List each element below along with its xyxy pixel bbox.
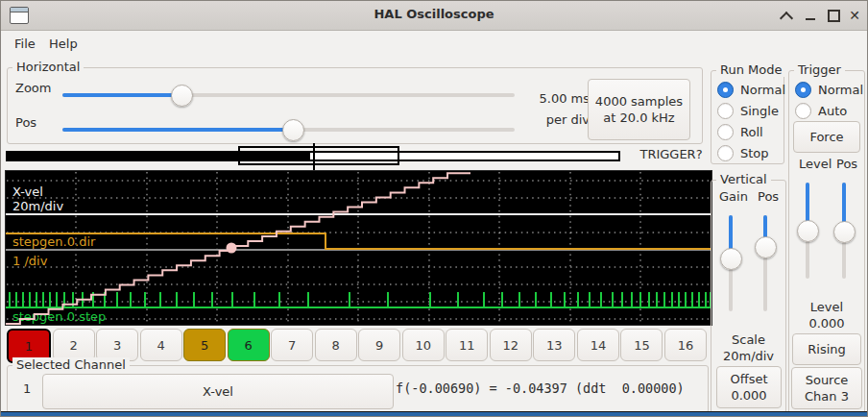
radio-icon[interactable] <box>717 124 734 140</box>
view-window-box <box>238 146 399 165</box>
channel-button-16[interactable]: 16 <box>664 329 707 361</box>
rising-label: Rising <box>808 341 846 357</box>
vertical-group: Vertical Gain Pos Scale 20m/div Offset 0… <box>711 180 786 414</box>
gain-slider[interactable] <box>720 215 741 311</box>
radio-label: Normal <box>818 83 863 97</box>
radio-roll[interactable]: Roll <box>717 123 782 140</box>
record-position-indicator <box>6 143 620 170</box>
channel-button-5[interactable]: 5 <box>183 329 226 361</box>
time-per-div-label: per div <box>526 112 590 127</box>
channel-button-15[interactable]: 15 <box>620 329 663 361</box>
samples-count: 4000 samples <box>595 93 683 110</box>
channel1-name-label: X-vel <box>12 184 43 199</box>
trigger-level-value: 0.000 <box>789 316 864 331</box>
radio-normal[interactable]: Normal <box>795 81 862 98</box>
vertical-pos-slider-label: Pos <box>758 189 779 204</box>
vertical-pos-slider[interactable] <box>755 215 776 311</box>
radio-label: Stop <box>740 146 769 160</box>
trigger-group: Trigger NormalAuto Force Level Pos Level… <box>788 70 865 414</box>
source-channel: Chan 3 <box>805 388 849 405</box>
selected-channel-number: 1 <box>23 381 31 396</box>
channel5-scale-label: 1 /div <box>12 254 48 268</box>
samples-rate: at 20.0 kHz <box>603 110 674 126</box>
channel-button-row: 12345678910111213141516 <box>7 329 707 361</box>
radio-icon[interactable] <box>717 145 734 161</box>
menu-file[interactable]: File <box>9 35 41 53</box>
trigger-level-caption: Level <box>789 300 864 314</box>
menu-help[interactable]: Help <box>43 35 84 53</box>
window-title: HAL Oscilloscope <box>1 7 867 21</box>
gain-thumb[interactable] <box>720 248 742 270</box>
horizontal-group: Horizontal Zoom Pos 5.00 ms per div 4000… <box>7 67 703 144</box>
channel6-name-label: stepgen.0.step <box>12 309 106 324</box>
trigger-level-slider[interactable] <box>797 183 818 279</box>
shade-button[interactable] <box>777 5 796 26</box>
zoom-slider[interactable] <box>62 85 515 106</box>
horizontal-pos-slider[interactable] <box>62 119 515 140</box>
radio-auto[interactable]: Auto <box>795 102 862 119</box>
radio-icon[interactable] <box>717 82 734 98</box>
offset-label: Offset <box>730 371 767 387</box>
channel-button-10[interactable]: 10 <box>402 329 445 361</box>
zoom-slider-thumb[interactable] <box>171 85 193 107</box>
channel1-scale-label: 20m/div <box>12 199 63 213</box>
sample-rate-button[interactable]: 4000 samples at 20.0 kHz <box>588 79 690 140</box>
channel-button-4[interactable]: 4 <box>140 329 182 361</box>
channel-button-2[interactable]: 2 <box>53 329 95 361</box>
offset-button[interactable]: Offset 0.000 <box>716 366 782 408</box>
selected-channel-name-button[interactable]: X-vel <box>42 374 394 409</box>
trigger-edge-button[interactable]: Rising <box>792 333 861 365</box>
trigger-source-button[interactable]: Source Chan 3 <box>791 367 862 409</box>
trigger-position-marker <box>313 143 315 170</box>
close-button[interactable]: ✕ <box>845 5 864 26</box>
force-label: Force <box>809 129 843 145</box>
channel-button-7[interactable]: 7 <box>271 329 313 361</box>
selected-channel-name: X-vel <box>203 383 233 400</box>
horizontal-group-title: Horizontal <box>12 60 84 74</box>
vertical-pos-thumb[interactable] <box>755 236 777 258</box>
gain-slider-label: Gain <box>719 189 748 204</box>
force-trigger-button[interactable]: Force <box>793 121 860 153</box>
radio-label: Normal <box>740 83 785 97</box>
run-mode-title: Run Mode <box>716 62 785 77</box>
radio-icon[interactable] <box>717 103 734 119</box>
offset-value: 0.000 <box>731 387 766 404</box>
channel-value-readout: f(-0.00690) = -0.04397 (ddt 0.00000) <box>396 380 685 396</box>
run-mode-group: Run Mode NormalSingleRollStop <box>711 70 784 164</box>
selected-channel-title: Selected Channel <box>12 357 130 372</box>
radio-icon[interactable] <box>795 82 811 98</box>
app-window: HAL Oscilloscope ✕ File Help Horizontal … <box>0 0 868 417</box>
channel-button-6[interactable]: 6 <box>228 329 270 361</box>
trigger-pos-slider-label: Pos <box>836 157 857 171</box>
vertical-pos-track[interactable] <box>763 215 767 311</box>
radio-stop[interactable]: Stop <box>717 144 782 161</box>
trigger-pos-thumb[interactable] <box>833 221 856 243</box>
zoom-slider-track[interactable] <box>62 93 515 97</box>
radio-normal[interactable]: Normal <box>717 81 782 98</box>
radio-single[interactable]: Single <box>717 102 782 119</box>
radio-icon[interactable] <box>795 103 811 119</box>
pos-slider-thumb[interactable] <box>282 119 304 141</box>
minimize-button[interactable] <box>801 5 820 26</box>
radio-label: Single <box>740 104 779 118</box>
scale-caption: Scale <box>711 332 785 347</box>
window-bottom-edge <box>1 411 867 416</box>
channel-button-9[interactable]: 9 <box>358 329 400 361</box>
channel-button-8[interactable]: 8 <box>315 329 357 361</box>
scope-display: X-vel 20m/div stepgen.0.dir 1 /div stepg… <box>6 171 711 325</box>
vertical-title: Vertical <box>716 172 771 186</box>
trigger-pos-slider[interactable] <box>833 183 855 279</box>
source-label: Source <box>806 372 849 388</box>
channel5-name-label: stepgen.0.dir <box>12 234 96 249</box>
channel-button-13[interactable]: 13 <box>533 329 575 361</box>
maximize-button[interactable] <box>824 5 843 26</box>
title-bar: HAL Oscilloscope ✕ <box>1 1 867 31</box>
channel-button-12[interactable]: 12 <box>490 329 532 361</box>
scale-value: 20m/div <box>711 349 785 363</box>
channel-button-3[interactable]: 3 <box>96 329 138 361</box>
maximize-icon <box>828 10 840 22</box>
channel-button-11[interactable]: 11 <box>446 329 488 361</box>
channel-button-14[interactable]: 14 <box>577 329 619 361</box>
trigger-level-thumb[interactable] <box>797 220 819 242</box>
trigger-status-label: TRIGGER? <box>633 147 710 161</box>
